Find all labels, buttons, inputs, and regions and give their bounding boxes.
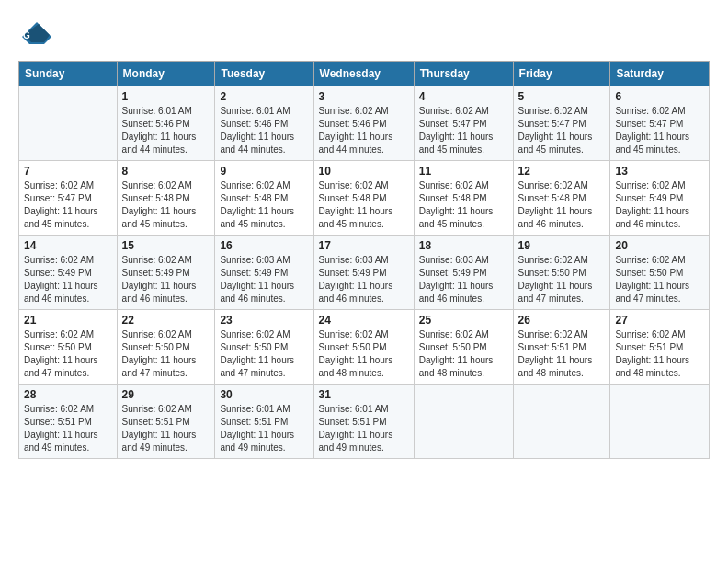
day-info: Sunrise: 6:02 AMSunset: 5:47 PMDaylight:… bbox=[419, 105, 508, 156]
day-number: 22 bbox=[122, 314, 210, 327]
day-number: 10 bbox=[319, 165, 409, 178]
day-number: 4 bbox=[419, 90, 508, 103]
header-cell-tuesday: Tuesday bbox=[215, 62, 313, 86]
day-info: Sunrise: 6:02 AMSunset: 5:51 PMDaylight:… bbox=[518, 328, 606, 380]
header-cell-saturday: Saturday bbox=[610, 62, 710, 86]
day-cell bbox=[414, 385, 513, 459]
day-info: Sunrise: 6:02 AMSunset: 5:48 PMDaylight:… bbox=[220, 179, 308, 231]
svg-text:G: G bbox=[23, 30, 30, 40]
day-number: 2 bbox=[220, 90, 308, 103]
day-info: Sunrise: 6:02 AMSunset: 5:49 PMDaylight:… bbox=[122, 254, 210, 305]
day-info: Sunrise: 6:02 AMSunset: 5:50 PMDaylight:… bbox=[319, 328, 409, 380]
day-cell: 22Sunrise: 6:02 AMSunset: 5:50 PMDayligh… bbox=[117, 310, 215, 385]
day-cell: 2Sunrise: 6:01 AMSunset: 5:46 PMDaylight… bbox=[215, 86, 313, 161]
week-row-2: 7Sunrise: 6:02 AMSunset: 5:47 PMDaylight… bbox=[19, 161, 710, 236]
day-number: 19 bbox=[518, 239, 606, 252]
day-number: 15 bbox=[122, 239, 210, 252]
day-info: Sunrise: 6:02 AMSunset: 5:50 PMDaylight:… bbox=[220, 328, 308, 380]
day-cell: 26Sunrise: 6:02 AMSunset: 5:51 PMDayligh… bbox=[513, 310, 610, 385]
page-header: G bbox=[18, 18, 710, 52]
day-cell: 6Sunrise: 6:02 AMSunset: 5:47 PMDaylight… bbox=[610, 86, 710, 161]
day-info: Sunrise: 6:02 AMSunset: 5:49 PMDaylight:… bbox=[24, 254, 112, 305]
day-info: Sunrise: 6:01 AMSunset: 5:51 PMDaylight:… bbox=[319, 403, 409, 454]
day-number: 30 bbox=[220, 388, 308, 401]
day-info: Sunrise: 6:02 AMSunset: 5:51 PMDaylight:… bbox=[615, 328, 704, 380]
header-cell-friday: Friday bbox=[513, 62, 610, 86]
day-cell: 27Sunrise: 6:02 AMSunset: 5:51 PMDayligh… bbox=[610, 310, 710, 385]
week-row-4: 21Sunrise: 6:02 AMSunset: 5:50 PMDayligh… bbox=[19, 310, 710, 385]
day-info: Sunrise: 6:02 AMSunset: 5:51 PMDaylight:… bbox=[24, 403, 112, 454]
day-info: Sunrise: 6:01 AMSunset: 5:46 PMDaylight:… bbox=[220, 105, 308, 156]
day-number: 5 bbox=[518, 90, 606, 103]
logo: G bbox=[18, 18, 55, 52]
day-number: 3 bbox=[319, 90, 409, 103]
day-cell: 29Sunrise: 6:02 AMSunset: 5:51 PMDayligh… bbox=[117, 385, 215, 459]
day-number: 23 bbox=[220, 314, 308, 327]
day-number: 6 bbox=[615, 90, 704, 103]
day-info: Sunrise: 6:02 AMSunset: 5:48 PMDaylight:… bbox=[122, 179, 210, 231]
day-number: 28 bbox=[24, 388, 112, 401]
day-info: Sunrise: 6:02 AMSunset: 5:49 PMDaylight:… bbox=[615, 179, 704, 231]
day-cell: 23Sunrise: 6:02 AMSunset: 5:50 PMDayligh… bbox=[215, 310, 313, 385]
day-number: 9 bbox=[220, 165, 308, 178]
day-info: Sunrise: 6:02 AMSunset: 5:47 PMDaylight:… bbox=[24, 179, 112, 231]
week-row-3: 14Sunrise: 6:02 AMSunset: 5:49 PMDayligh… bbox=[19, 236, 710, 310]
header-cell-wednesday: Wednesday bbox=[313, 62, 414, 86]
day-number: 7 bbox=[24, 165, 112, 178]
calendar-body: 1Sunrise: 6:01 AMSunset: 5:46 PMDaylight… bbox=[19, 86, 710, 459]
day-cell: 19Sunrise: 6:02 AMSunset: 5:50 PMDayligh… bbox=[513, 236, 610, 310]
calendar-table: SundayMondayTuesdayWednesdayThursdayFrid… bbox=[18, 61, 710, 459]
day-number: 11 bbox=[419, 165, 508, 178]
day-number: 13 bbox=[615, 165, 704, 178]
day-info: Sunrise: 6:02 AMSunset: 5:51 PMDaylight:… bbox=[122, 403, 210, 454]
day-number: 12 bbox=[518, 165, 606, 178]
day-number: 26 bbox=[518, 314, 606, 327]
day-cell bbox=[19, 86, 118, 161]
day-cell: 25Sunrise: 6:02 AMSunset: 5:50 PMDayligh… bbox=[414, 310, 513, 385]
day-number: 29 bbox=[122, 388, 210, 401]
day-number: 14 bbox=[24, 239, 112, 252]
day-number: 20 bbox=[615, 239, 704, 252]
day-info: Sunrise: 6:03 AMSunset: 5:49 PMDaylight:… bbox=[419, 254, 508, 305]
header-cell-monday: Monday bbox=[117, 62, 215, 86]
day-cell: 11Sunrise: 6:02 AMSunset: 5:48 PMDayligh… bbox=[414, 161, 513, 236]
day-info: Sunrise: 6:01 AMSunset: 5:51 PMDaylight:… bbox=[220, 403, 308, 454]
day-number: 18 bbox=[419, 239, 508, 252]
day-number: 31 bbox=[319, 388, 409, 401]
day-cell: 1Sunrise: 6:01 AMSunset: 5:46 PMDaylight… bbox=[117, 86, 215, 161]
day-info: Sunrise: 6:02 AMSunset: 5:50 PMDaylight:… bbox=[615, 254, 704, 305]
day-info: Sunrise: 6:02 AMSunset: 5:50 PMDaylight:… bbox=[419, 328, 508, 380]
day-cell: 10Sunrise: 6:02 AMSunset: 5:48 PMDayligh… bbox=[313, 161, 414, 236]
day-cell: 21Sunrise: 6:02 AMSunset: 5:50 PMDayligh… bbox=[19, 310, 118, 385]
day-cell: 7Sunrise: 6:02 AMSunset: 5:47 PMDaylight… bbox=[19, 161, 118, 236]
header-cell-sunday: Sunday bbox=[19, 62, 118, 86]
day-cell: 17Sunrise: 6:03 AMSunset: 5:49 PMDayligh… bbox=[313, 236, 414, 310]
day-cell: 31Sunrise: 6:01 AMSunset: 5:51 PMDayligh… bbox=[313, 385, 414, 459]
header-row: SundayMondayTuesdayWednesdayThursdayFrid… bbox=[19, 62, 710, 86]
day-cell: 16Sunrise: 6:03 AMSunset: 5:49 PMDayligh… bbox=[215, 236, 313, 310]
day-cell: 4Sunrise: 6:02 AMSunset: 5:47 PMDaylight… bbox=[414, 86, 513, 161]
day-cell: 30Sunrise: 6:01 AMSunset: 5:51 PMDayligh… bbox=[215, 385, 313, 459]
day-info: Sunrise: 6:02 AMSunset: 5:47 PMDaylight:… bbox=[518, 105, 606, 156]
day-number: 1 bbox=[122, 90, 210, 103]
day-number: 25 bbox=[419, 314, 508, 327]
day-info: Sunrise: 6:02 AMSunset: 5:50 PMDaylight:… bbox=[24, 328, 112, 380]
day-number: 16 bbox=[220, 239, 308, 252]
day-info: Sunrise: 6:03 AMSunset: 5:49 PMDaylight:… bbox=[220, 254, 308, 305]
day-cell: 3Sunrise: 6:02 AMSunset: 5:46 PMDaylight… bbox=[313, 86, 414, 161]
day-info: Sunrise: 6:02 AMSunset: 5:48 PMDaylight:… bbox=[518, 179, 606, 231]
day-number: 17 bbox=[319, 239, 409, 252]
day-number: 8 bbox=[122, 165, 210, 178]
day-info: Sunrise: 6:02 AMSunset: 5:47 PMDaylight:… bbox=[615, 105, 704, 156]
week-row-1: 1Sunrise: 6:01 AMSunset: 5:46 PMDaylight… bbox=[19, 86, 710, 161]
day-cell: 20Sunrise: 6:02 AMSunset: 5:50 PMDayligh… bbox=[610, 236, 710, 310]
day-info: Sunrise: 6:03 AMSunset: 5:49 PMDaylight:… bbox=[319, 254, 409, 305]
day-info: Sunrise: 6:01 AMSunset: 5:46 PMDaylight:… bbox=[122, 105, 210, 156]
day-cell: 5Sunrise: 6:02 AMSunset: 5:47 PMDaylight… bbox=[513, 86, 610, 161]
day-cell: 18Sunrise: 6:03 AMSunset: 5:49 PMDayligh… bbox=[414, 236, 513, 310]
day-cell: 9Sunrise: 6:02 AMSunset: 5:48 PMDaylight… bbox=[215, 161, 313, 236]
logo-icon: G bbox=[18, 18, 51, 52]
day-cell: 14Sunrise: 6:02 AMSunset: 5:49 PMDayligh… bbox=[19, 236, 118, 310]
day-cell: 28Sunrise: 6:02 AMSunset: 5:51 PMDayligh… bbox=[19, 385, 118, 459]
day-cell: 13Sunrise: 6:02 AMSunset: 5:49 PMDayligh… bbox=[610, 161, 710, 236]
